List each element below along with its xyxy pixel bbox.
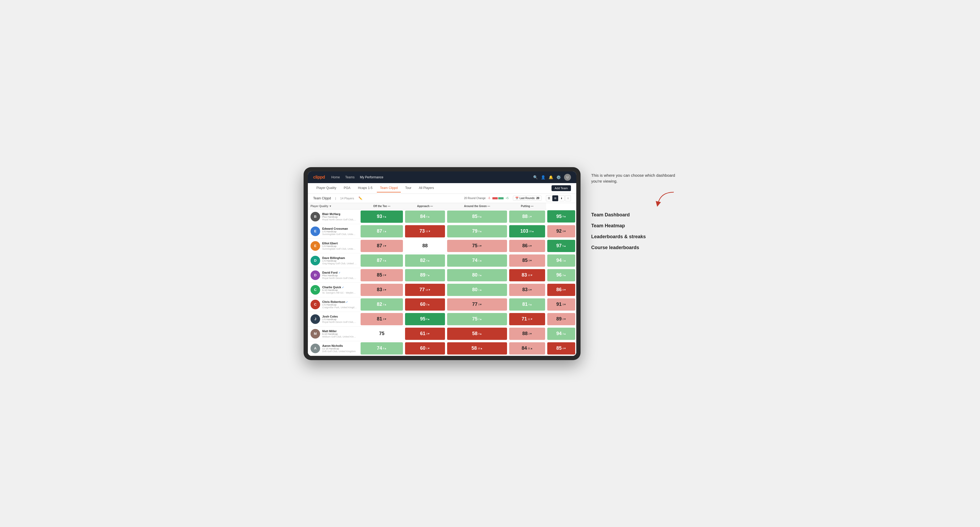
table-row[interactable]: E Elliot Ebert 1-5 Handicap Sunningdale … [308,238,576,253]
dashboard-options: Team Dashboard Team Heatmap Leaderboards… [591,212,676,251]
profile-icon[interactable]: 👤 [541,175,546,179]
score-cell-player-quality: 81 3▼ [360,312,404,326]
player-cell-8: M Matt Miller 6-10 Handicap Woburn Golf … [308,326,360,341]
score-value: 81 [522,302,528,307]
table-row[interactable]: E Edward Crossman 1-5 Handicap Sunningda… [308,224,576,238]
score-change: 1▼ [528,215,532,218]
player-cell-5: C Charlie Quick ✓ 6-10 Handicap St. Geor… [308,283,360,297]
score-cell-player-quality: 85 3▼ [360,268,404,283]
score-value: 87 [377,258,382,263]
search-icon[interactable]: 🔍 [533,175,538,179]
score-box: 58 4▲ [447,328,508,340]
annotation-text: This is where you can choose which dashb… [591,173,676,184]
score-cell-putting: 89 2▼ [546,312,576,326]
tab-pgat-players[interactable]: Player Quality [313,184,339,192]
score-change: 1▲ [562,259,566,262]
bell-icon[interactable]: 🔔 [549,175,553,179]
score-box: 77 3▼ [447,298,508,311]
add-team-button[interactable]: Add Team [552,185,571,191]
tab-all-players[interactable]: All Players [416,184,437,192]
score-box: 87 3▼ [361,240,403,252]
table-row[interactable]: D David Ford ✓ Plus Handicap Royal North… [308,268,576,283]
settings-icon[interactable]: ⚙️ [556,175,561,179]
table-row[interactable]: D Dave Billingham 1-5 Handicap Gog Magog… [308,253,576,268]
table-row[interactable]: J Josh Coles 1-5 Handicap Royal North De… [308,312,576,326]
score-cell-player-quality: 87 1▲ [360,224,404,238]
edit-icon[interactable]: ✏️ [358,197,363,200]
tab-hcaps[interactable]: Hcaps 1-5 [355,184,376,192]
score-value: 77 [472,302,477,307]
score-box: 60 1▼ [405,342,445,354]
score-cell-player-quality: 93 9▲ [360,209,404,224]
view-heatmap-button[interactable]: 🌡 [559,195,565,201]
sub-nav: Player Quality PGA Hcaps 1-5 Team Clippd… [308,183,576,194]
player-cell-1: E Edward Crossman 1-5 Handicap Sunningda… [308,224,360,238]
view-toggle: ☰ ⊞ 🌡 ↕ [546,195,571,201]
view-grid-button[interactable]: ⊞ [552,195,558,201]
score-box: 89 2▼ [547,313,575,325]
table-row[interactable]: C Chris Robertson ✓ 1-5 Handicap Craigmi… [308,297,576,312]
score-change: 3▼ [562,230,566,233]
score-cell-approach: 58 10▲ [446,341,508,356]
player-name: Charlie Quick ✓ [322,286,357,289]
score-value: 85 [377,272,382,278]
table-row[interactable]: C Charlie Quick ✓ 6-10 Handicap St. Geor… [308,283,576,297]
view-sort-button[interactable]: ↕ [565,195,571,201]
score-change: 15▲ [529,230,534,233]
score-value: 103 [520,229,528,234]
change-bars [492,197,504,199]
tab-pga[interactable]: PGA [340,184,354,192]
nav-link-performance[interactable]: My Performance [360,174,383,180]
score-cell-putting: 91 3▼ [546,297,576,312]
player-avatar: E [310,241,320,251]
player-name: Aaron Nicholls [322,344,356,347]
nav-link-home[interactable]: Home [331,174,340,180]
team-header: Team Clippd | 14 Players ✏️ 20 Round Cha… [308,194,576,203]
score-change: 1▲ [383,230,387,233]
score-value: 93 [377,214,382,219]
change-pos: +5 [506,197,509,200]
table-row[interactable]: B Blair McHarg Plus Handicap Royal North… [308,209,576,224]
score-box: 83 6▼ [509,284,545,296]
score-box: 85 3▼ [509,254,545,267]
col-putting: Putting — [508,203,546,210]
score-cell-approach: 77 3▼ [446,297,508,312]
score-box: 92 3▼ [547,225,575,237]
score-change: 9▲ [383,215,387,218]
view-list-button[interactable]: ☰ [546,195,552,201]
table-row[interactable]: M Matt Miller 6-10 Handicap Woburn Golf … [308,326,576,341]
nav-icons: 🔍 👤 🔔 ⚙️ U [533,174,571,181]
last-rounds-label: Last Rounds: [520,197,535,200]
score-cell-off-tee: 89 7▲ [404,268,446,283]
player-name: Dave Billingham [322,256,357,259]
player-cell-9: A Aaron Nicholls 11-15 Handicap Drift Go… [308,341,360,356]
table-row[interactable]: A Aaron Nicholls 11-15 Handicap Drift Go… [308,341,576,356]
score-box: 58 10▲ [447,342,508,354]
player-handicap: Plus Handicap [322,216,357,218]
player-club: Sunningdale Golf Club, United Kingdom [322,248,357,250]
score-cell-approach: 80 3▲ [446,268,508,283]
score-cell-off-tee: 95 8▲ [404,312,446,326]
user-avatar[interactable]: U [564,174,571,181]
player-info: Matt Miller 6-10 Handicap Woburn Golf Cl… [322,330,357,338]
tab-team-clippd[interactable]: Team Clippd [377,184,401,192]
player-avatar: M [310,329,320,338]
last-rounds-value: 20 [536,197,539,200]
player-club: Drift Golf Club, United Kingdom [322,350,356,352]
tab-tour[interactable]: Tour [402,184,414,192]
player-cell-2: E Elliot Ebert 1-5 Handicap Sunningdale … [308,238,360,253]
score-box: 103 15▲ [509,225,545,237]
score-value: 88 [422,243,428,249]
score-value: 74 [472,258,477,263]
option-team-dashboard: Team Dashboard [591,212,676,218]
score-box: 91 3▼ [547,298,575,311]
score-cell-approach: 79 9▲ [446,224,508,238]
nav-link-teams[interactable]: Teams [345,174,355,180]
player-info: Blair McHarg Plus Handicap Royal North D… [322,213,357,221]
last-rounds-button[interactable]: 📅 Last Rounds: 20 [513,195,542,201]
player-cell-3: D Dave Billingham 1-5 Handicap Gog Magog… [308,253,360,268]
score-cell-putting: 94 1▲ [546,253,576,268]
score-change: 7▲ [426,274,430,276]
nav-bar: clippd Home Teams My Performance 🔍 👤 🔔 ⚙… [308,171,576,183]
sub-nav-tabs: Player Quality PGA Hcaps 1-5 Team Clippd… [313,184,552,192]
